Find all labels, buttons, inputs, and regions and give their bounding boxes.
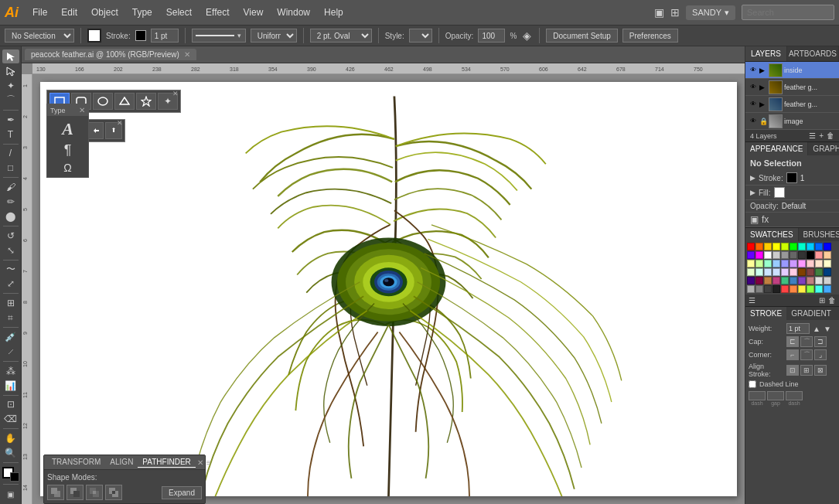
cap-square-btn[interactable]: ⊐	[814, 336, 827, 347]
swatch-cell[interactable]	[747, 260, 755, 267]
style-dropdown[interactable]	[409, 29, 432, 43]
add-effect-icon[interactable]: ▣	[750, 214, 759, 225]
dash-input-2[interactable]	[786, 391, 803, 400]
swatch-cell[interactable]	[747, 251, 755, 259]
free-transform-tool[interactable]: ⤢	[2, 277, 19, 291]
swatch-cell[interactable]	[764, 285, 772, 293]
swatch-cell[interactable]	[781, 260, 789, 267]
swatch-cell[interactable]	[824, 277, 831, 284]
fill-stroke-indicator[interactable]	[2, 467, 19, 482]
gap-input-1[interactable]	[767, 391, 784, 400]
menu-select[interactable]: Select	[160, 4, 198, 21]
swatch-cell[interactable]	[772, 243, 780, 250]
swatch-cell[interactable]	[824, 243, 831, 250]
polygon-btn[interactable]	[114, 93, 135, 110]
intersect-btn[interactable]	[86, 485, 103, 500]
swatch-cell[interactable]	[781, 285, 789, 293]
rotate-tool[interactable]: ↺	[2, 229, 19, 243]
stroke-expand-icon[interactable]: ▶	[750, 174, 755, 182]
corner-miter-btn[interactable]: ⌐	[786, 349, 799, 360]
stroke-color-swatch[interactable]	[786, 172, 797, 183]
menu-file[interactable]: File	[26, 4, 53, 21]
swatch-cell[interactable]	[764, 251, 772, 259]
stroke-panel-tab[interactable]: STROKE	[745, 307, 786, 320]
menu-object[interactable]: Object	[85, 4, 124, 21]
swatch-cell[interactable]	[790, 268, 797, 276]
swatch-cell[interactable]	[790, 243, 797, 250]
move-panel-close[interactable]: ✕	[117, 119, 123, 127]
unite-btn[interactable]	[47, 485, 64, 500]
swatches-tab[interactable]: SWATCHES	[745, 228, 799, 241]
zoom-tool[interactable]: 🔍	[2, 446, 19, 460]
weight-input[interactable]	[786, 323, 810, 334]
swatch-cell[interactable]	[755, 277, 763, 284]
scale-tool[interactable]: ⤡	[2, 243, 19, 257]
eyedropper-tool[interactable]: 💉	[2, 330, 19, 344]
swatch-cell[interactable]	[747, 277, 755, 284]
swatch-cell[interactable]	[807, 260, 814, 267]
bridge-icon[interactable]: ▣	[654, 6, 664, 19]
eraser-tool[interactable]: ⌫	[2, 412, 19, 426]
lasso-tool[interactable]: ⌒	[2, 94, 19, 107]
pencil-tool[interactable]: ✏	[2, 195, 19, 209]
preferences-button[interactable]: Preferences	[622, 29, 678, 43]
swatch-cell[interactable]	[798, 268, 806, 276]
screen-mode-tool[interactable]: ▣	[2, 487, 19, 501]
expand-button[interactable]: Expand	[162, 486, 202, 499]
stroke-color-swatch[interactable]	[135, 30, 146, 41]
circle-btn[interactable]	[93, 93, 113, 110]
layer-item-feather2[interactable]: 👁 ▶ feather g...	[745, 96, 839, 113]
corner-round-btn[interactable]: ⌒	[800, 349, 813, 360]
swatch-cell[interactable]	[790, 260, 797, 267]
search-input[interactable]	[742, 5, 834, 20]
swatch-cell[interactable]	[772, 285, 780, 293]
line-style-picker[interactable]: ▾	[192, 29, 246, 43]
pathfinder-tab[interactable]: PATHFINDER	[138, 457, 195, 468]
swatch-cell[interactable]	[764, 268, 772, 276]
layer-expand-icon[interactable]: ▶	[759, 66, 767, 74]
swatch-cell[interactable]	[772, 277, 780, 284]
swatch-cell[interactable]	[824, 285, 831, 293]
swatch-cell[interactable]	[781, 268, 789, 276]
type-a-icon[interactable]: A	[50, 119, 85, 139]
layer-new-icon[interactable]: +	[819, 131, 824, 140]
blob-brush-tool[interactable]: ⬤	[2, 209, 19, 223]
fx-icon[interactable]: fx	[762, 214, 769, 225]
swatch-cell[interactable]	[790, 285, 797, 293]
swatch-cell[interactable]	[790, 251, 797, 259]
user-button[interactable]: SANDY ▾	[686, 5, 735, 20]
swatch-cell[interactable]	[815, 251, 823, 259]
swatch-cell[interactable]	[747, 268, 755, 276]
swatch-cell[interactable]	[781, 251, 789, 259]
swatch-cell[interactable]	[807, 268, 814, 276]
slice-tool[interactable]: ⊡	[2, 397, 19, 411]
swatch-cell[interactable]	[798, 260, 806, 267]
fill-color-swatch-appear[interactable]	[774, 187, 785, 198]
swatch-cell[interactable]	[815, 277, 823, 284]
dash-input-1[interactable]	[749, 391, 766, 400]
symbol-sprayer-tool[interactable]: ⁂	[2, 364, 19, 378]
swatch-cell[interactable]	[755, 243, 763, 250]
cap-round-btn[interactable]: ⌒	[800, 336, 813, 347]
swatches-menu-icon[interactable]: ☰	[749, 296, 755, 305]
menu-view[interactable]: View	[237, 4, 270, 21]
move-arrow-3[interactable]	[87, 122, 104, 139]
graphics-tab[interactable]: GRAPHI...	[808, 142, 839, 155]
layer-delete-icon[interactable]: 🗑	[827, 131, 834, 140]
cap-butt-btn[interactable]: ⊏	[786, 336, 799, 347]
swatch-cell[interactable]	[755, 260, 763, 267]
corner-bevel-btn[interactable]: ⌟	[814, 349, 827, 360]
selection-tool[interactable]	[2, 49, 19, 63]
swatch-cell[interactable]	[824, 260, 831, 267]
pathfinder-close-button[interactable]: ✕	[197, 458, 203, 467]
shape-panel-close[interactable]: ✕	[172, 90, 179, 97]
align-tab[interactable]: ALIGN	[105, 457, 138, 468]
brushes-tab[interactable]: BRUSHES	[799, 228, 839, 241]
swatch-cell[interactable]	[781, 243, 789, 250]
layer-visibility-icon-3[interactable]: 👁	[749, 100, 758, 109]
layer-item-inside[interactable]: 👁 ▶ inside	[745, 62, 839, 79]
opacity-input[interactable]	[478, 29, 505, 43]
swatch-cell[interactable]	[747, 243, 755, 250]
swatch-cell[interactable]	[824, 251, 831, 259]
swatch-cell[interactable]	[807, 285, 814, 293]
